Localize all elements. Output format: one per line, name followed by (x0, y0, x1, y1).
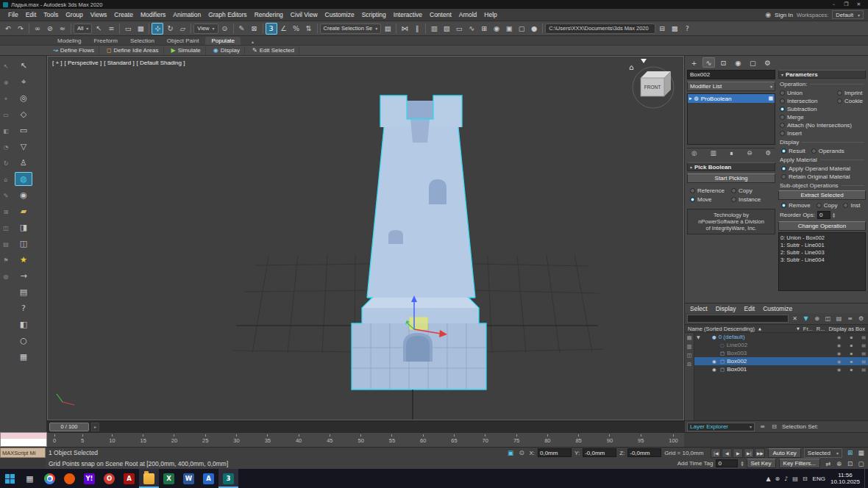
pan-view-icon[interactable]: ⇄ (823, 459, 833, 468)
remove-modifier-icon[interactable]: ⊖ (747, 149, 752, 157)
sign-in-link[interactable]: Sign In (775, 12, 793, 18)
ribbon-button[interactable]: ◉ Display (209, 46, 245, 55)
current-frame-field[interactable]: 0 (716, 459, 738, 467)
star-icon[interactable]: ★ (15, 253, 32, 267)
subobject-radio[interactable]: Copy (817, 201, 838, 209)
explorer-freeze-icon[interactable]: ◫ (687, 353, 692, 359)
menu-item[interactable]: Tools (40, 11, 62, 18)
snaps-toggle-icon[interactable]: 3 (266, 23, 277, 35)
reorder-ops-field[interactable]: 0 (817, 211, 830, 219)
toggle-layer-explorer-icon[interactable]: ▧ (441, 23, 452, 35)
menu-item[interactable]: Help (480, 11, 500, 18)
render-cell-icon[interactable]: ▪ (850, 351, 853, 356)
edit-named-selection-sets-icon[interactable]: ▤ (382, 23, 394, 35)
pick-parent-icon[interactable]: ◫ (823, 315, 833, 323)
percent-snap-icon[interactable]: % (291, 23, 302, 35)
display-as-box-cell-icon[interactable]: ▤ (861, 367, 866, 372)
menu-item[interactable]: Create (110, 11, 137, 18)
operation-radio[interactable]: Attach (No Intersections) (780, 121, 864, 129)
pick-option-radio[interactable]: Copy (731, 187, 772, 194)
spinner-snap-icon[interactable]: ⇅ (303, 23, 315, 35)
scene-explorer-row[interactable]: ◌ Line002 ◉ ▪ ▤ (694, 341, 868, 349)
dock-mini-icon[interactable]: ⚑ (1, 256, 11, 265)
chrome-icon[interactable] (40, 469, 60, 488)
x-coordinate-field[interactable]: 0,0mm (538, 448, 572, 457)
dock-mini-icon[interactable]: ◔ (1, 143, 11, 152)
ribbon-tab[interactable]: Freeform (88, 37, 123, 45)
dock-mini-icon[interactable]: ◫ (1, 223, 11, 233)
operand-list-item[interactable]: 2: Subtr - Line003 (780, 249, 864, 256)
show-desktop-button[interactable] (864, 469, 868, 488)
frozen-cell-icon[interactable]: ◉ (837, 367, 841, 372)
angle-snap-icon[interactable]: ∠ (278, 23, 290, 35)
explorer-display-icon[interactable]: ▤ (687, 335, 692, 341)
render-cell-icon[interactable]: ▪ (850, 334, 853, 340)
select-and-rotate-icon[interactable]: ↻ (164, 23, 176, 35)
maxscript-listener-label[interactable]: MAXScript Mi (0, 448, 46, 458)
select-tool-icon[interactable]: ↖ (15, 59, 32, 73)
display-radio[interactable]: Operands (811, 147, 844, 154)
tray-expand-icon[interactable]: ▲ (766, 476, 770, 482)
dock-mini-icon[interactable]: ⌖ (1, 94, 11, 104)
operation-extra-radio[interactable]: Imprint (837, 89, 863, 96)
ribbon-tab[interactable]: Populate (205, 37, 241, 45)
selected-set-dropdown[interactable]: Selected (804, 448, 842, 458)
region-select-icon[interactable]: ⌖ (15, 75, 32, 89)
explorer-hide-icon[interactable]: ▥ (687, 344, 692, 350)
minimize-button[interactable]: – (828, 1, 840, 9)
frozen-cell-icon[interactable]: ◉ (837, 359, 841, 364)
create-tab-icon[interactable]: + (688, 57, 700, 68)
parameters-rollout-header[interactable]: ▾ Parameters (778, 70, 866, 79)
viewport-label-segment[interactable]: [ Default Shading ] (137, 60, 185, 66)
project-folder-icon[interactable]: ⊟ (656, 23, 668, 35)
explorer-box-icon[interactable]: ⊟ (687, 362, 691, 367)
auto-key-button[interactable]: Auto Key (768, 448, 800, 458)
layer-list-icon[interactable]: ≡ (758, 423, 767, 431)
expand-arrow-icon[interactable]: ▼ (697, 334, 702, 340)
firefox-icon[interactable] (60, 469, 79, 488)
menu-item[interactable]: Animation (169, 11, 204, 18)
go-to-start-button[interactable]: |◀ (711, 448, 721, 458)
z-coordinate-field[interactable]: -0,0mm (627, 448, 661, 457)
toggle-scene-explorer-icon[interactable]: ▥ (428, 23, 440, 35)
selection-lock-toggle-icon[interactable]: ⊙ (516, 448, 526, 458)
dock-mini-icon[interactable]: ◧ (1, 126, 11, 136)
modifier-list-dropdown[interactable]: Modifier List (687, 82, 775, 91)
pick-option-radio[interactable]: Reference (690, 187, 731, 194)
select-object-icon[interactable]: ↖ (93, 23, 104, 35)
frozen-cell-icon[interactable]: ◉ (837, 342, 841, 348)
operation-radio[interactable]: Merge (780, 113, 864, 121)
help-search-icon[interactable]: ? (681, 23, 693, 35)
operation-extra-radio[interactable]: Cookie (837, 97, 863, 104)
maximize-button[interactable]: ❐ (840, 1, 853, 9)
help-icon[interactable]: ? (15, 301, 32, 315)
name-column-header[interactable]: Name (Sorted Descending) (688, 326, 755, 332)
menu-item[interactable]: Modifiers (137, 11, 169, 18)
ribbon-minimize-icon[interactable]: ▴ (249, 38, 257, 45)
cone-icon[interactable]: ▽ (15, 140, 32, 154)
tray-message-icon[interactable]: ⊟ (803, 476, 808, 482)
viewport-label-segment[interactable]: [ + ] (52, 60, 63, 66)
visibility-eye-icon[interactable]: ◉ (712, 367, 718, 373)
half-box-icon[interactable]: ◨ (15, 220, 32, 234)
display-as-box-cell-icon[interactable]: ▤ (861, 351, 866, 356)
list-view-icon[interactable]: ≡ (845, 315, 855, 323)
teapot-icon[interactable]: ◍ (15, 172, 32, 186)
y-coordinate-field[interactable]: -0,0mm (583, 448, 616, 457)
frame-spinner-icon[interactable] (741, 461, 743, 467)
make-unique-icon[interactable]: ∎ (730, 149, 733, 157)
select-and-manipulate-icon[interactable]: ✎ (236, 23, 248, 35)
ribbon-tab[interactable]: Selection (124, 37, 160, 45)
plane-icon[interactable]: ▰ (15, 204, 32, 218)
viewcube[interactable]: FRONT ⌂ (629, 59, 674, 108)
acrobat-icon[interactable]: A (119, 469, 139, 488)
menu-item[interactable]: Civil View (287, 11, 321, 18)
redo-icon[interactable]: ↷ (15, 23, 26, 35)
scene-explorer-menu-item[interactable]: Edit (744, 305, 755, 312)
dock-mini-icon[interactable]: ◍ (1, 272, 11, 281)
menu-item[interactable]: Views (87, 11, 111, 18)
menu-item[interactable]: Group (62, 11, 87, 18)
geometry-icon[interactable]: ▭ (15, 123, 32, 137)
isolate-selection-toggle-icon[interactable]: ▣ (505, 448, 515, 458)
snap-target-icon[interactable]: ◎ (15, 91, 32, 105)
